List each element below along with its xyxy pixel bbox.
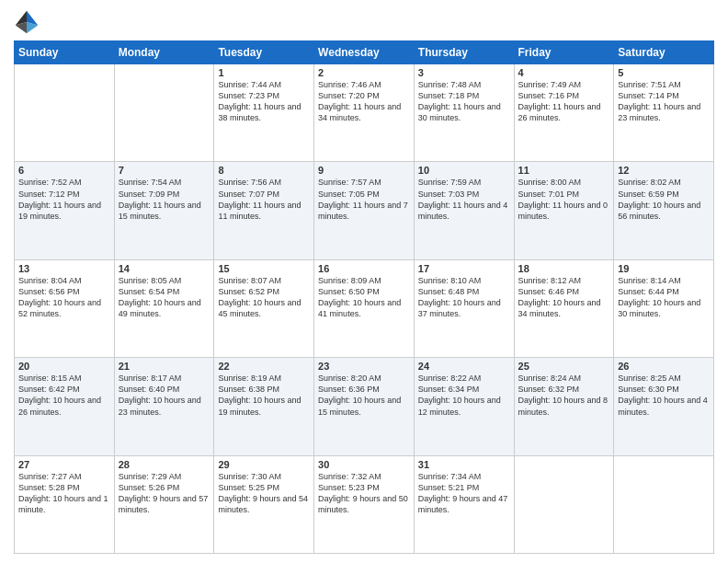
day-cell: 3Sunrise: 7:48 AM Sunset: 7:18 PM Daylig… bbox=[414, 64, 514, 162]
day-number: 27 bbox=[18, 459, 110, 470]
day-info: Sunrise: 7:32 AM Sunset: 5:23 PM Dayligh… bbox=[318, 471, 410, 516]
day-cell: 22Sunrise: 8:19 AM Sunset: 6:38 PM Dayli… bbox=[214, 358, 314, 455]
day-info: Sunrise: 8:22 AM Sunset: 6:34 PM Dayligh… bbox=[418, 373, 510, 418]
col-header-sunday: Sunday bbox=[15, 41, 115, 64]
day-number: 11 bbox=[518, 165, 610, 176]
day-info: Sunrise: 7:52 AM Sunset: 7:12 PM Dayligh… bbox=[18, 177, 110, 222]
week-row-1: 1Sunrise: 7:44 AM Sunset: 7:23 PM Daylig… bbox=[15, 64, 714, 162]
day-number: 10 bbox=[418, 165, 510, 176]
week-row-3: 13Sunrise: 8:04 AM Sunset: 6:56 PM Dayli… bbox=[15, 259, 714, 357]
col-header-thursday: Thursday bbox=[414, 41, 514, 64]
day-cell: 16Sunrise: 8:09 AM Sunset: 6:50 PM Dayli… bbox=[314, 259, 415, 357]
day-info: Sunrise: 8:25 AM Sunset: 6:30 PM Dayligh… bbox=[618, 373, 710, 418]
col-header-saturday: Saturday bbox=[614, 41, 714, 64]
col-header-wednesday: Wednesday bbox=[314, 41, 415, 64]
day-cell: 18Sunrise: 8:12 AM Sunset: 6:46 PM Dayli… bbox=[514, 259, 614, 357]
day-cell: 4Sunrise: 7:49 AM Sunset: 7:16 PM Daylig… bbox=[514, 64, 614, 162]
day-cell: 21Sunrise: 8:17 AM Sunset: 6:40 PM Dayli… bbox=[114, 358, 214, 455]
day-info: Sunrise: 8:12 AM Sunset: 6:46 PM Dayligh… bbox=[518, 275, 610, 320]
day-info: Sunrise: 7:56 AM Sunset: 7:07 PM Dayligh… bbox=[218, 177, 310, 222]
day-number: 15 bbox=[218, 263, 310, 274]
day-number: 16 bbox=[318, 263, 410, 274]
day-number: 31 bbox=[418, 459, 510, 470]
week-row-2: 6Sunrise: 7:52 AM Sunset: 7:12 PM Daylig… bbox=[15, 162, 714, 259]
day-number: 4 bbox=[518, 67, 610, 78]
day-info: Sunrise: 8:07 AM Sunset: 6:52 PM Dayligh… bbox=[218, 275, 310, 320]
day-info: Sunrise: 8:19 AM Sunset: 6:38 PM Dayligh… bbox=[218, 373, 310, 418]
day-cell: 2Sunrise: 7:46 AM Sunset: 7:20 PM Daylig… bbox=[314, 64, 415, 162]
day-info: Sunrise: 7:51 AM Sunset: 7:14 PM Dayligh… bbox=[618, 79, 710, 124]
day-number: 22 bbox=[218, 361, 310, 372]
day-info: Sunrise: 7:48 AM Sunset: 7:18 PM Dayligh… bbox=[418, 79, 510, 124]
day-number: 1 bbox=[218, 67, 310, 78]
day-cell: 26Sunrise: 8:25 AM Sunset: 6:30 PM Dayli… bbox=[614, 358, 714, 455]
day-info: Sunrise: 7:44 AM Sunset: 7:23 PM Dayligh… bbox=[218, 79, 310, 124]
col-header-monday: Monday bbox=[114, 41, 214, 64]
day-info: Sunrise: 8:15 AM Sunset: 6:42 PM Dayligh… bbox=[18, 373, 110, 418]
day-number: 26 bbox=[618, 361, 710, 372]
day-info: Sunrise: 8:24 AM Sunset: 6:32 PM Dayligh… bbox=[518, 373, 610, 418]
day-cell bbox=[114, 64, 214, 162]
day-cell: 27Sunrise: 7:27 AM Sunset: 5:28 PM Dayli… bbox=[15, 455, 115, 553]
day-info: Sunrise: 7:49 AM Sunset: 7:16 PM Dayligh… bbox=[518, 79, 610, 124]
day-cell: 19Sunrise: 8:14 AM Sunset: 6:44 PM Dayli… bbox=[614, 259, 714, 357]
day-number: 19 bbox=[618, 263, 710, 274]
calendar-table: SundayMondayTuesdayWednesdayThursdayFrid… bbox=[14, 40, 714, 554]
col-header-friday: Friday bbox=[514, 41, 614, 64]
day-cell: 10Sunrise: 7:59 AM Sunset: 7:03 PM Dayli… bbox=[414, 162, 514, 259]
day-cell: 1Sunrise: 7:44 AM Sunset: 7:23 PM Daylig… bbox=[214, 64, 314, 162]
day-number: 3 bbox=[418, 67, 510, 78]
day-cell: 14Sunrise: 8:05 AM Sunset: 6:54 PM Dayli… bbox=[114, 259, 214, 357]
logo-icon bbox=[14, 9, 40, 35]
day-info: Sunrise: 8:09 AM Sunset: 6:50 PM Dayligh… bbox=[318, 275, 410, 320]
day-cell: 28Sunrise: 7:29 AM Sunset: 5:26 PM Dayli… bbox=[114, 455, 214, 553]
day-info: Sunrise: 7:34 AM Sunset: 5:21 PM Dayligh… bbox=[418, 471, 510, 516]
day-number: 24 bbox=[418, 361, 510, 372]
day-info: Sunrise: 7:30 AM Sunset: 5:25 PM Dayligh… bbox=[218, 471, 310, 516]
day-number: 25 bbox=[518, 361, 610, 372]
day-cell: 24Sunrise: 8:22 AM Sunset: 6:34 PM Dayli… bbox=[414, 358, 514, 455]
day-number: 9 bbox=[318, 165, 410, 176]
day-cell bbox=[614, 455, 714, 553]
day-info: Sunrise: 7:46 AM Sunset: 7:20 PM Dayligh… bbox=[318, 79, 410, 124]
day-number: 18 bbox=[518, 263, 610, 274]
day-cell: 7Sunrise: 7:54 AM Sunset: 7:09 PM Daylig… bbox=[114, 162, 214, 259]
day-info: Sunrise: 7:57 AM Sunset: 7:05 PM Dayligh… bbox=[318, 177, 410, 222]
day-number: 17 bbox=[418, 263, 510, 274]
day-info: Sunrise: 8:05 AM Sunset: 6:54 PM Dayligh… bbox=[119, 275, 210, 320]
day-cell: 17Sunrise: 8:10 AM Sunset: 6:48 PM Dayli… bbox=[414, 259, 514, 357]
day-info: Sunrise: 7:29 AM Sunset: 5:26 PM Dayligh… bbox=[119, 471, 210, 516]
day-number: 7 bbox=[119, 165, 210, 176]
day-number: 29 bbox=[218, 459, 310, 470]
day-cell: 31Sunrise: 7:34 AM Sunset: 5:21 PM Dayli… bbox=[414, 455, 514, 553]
day-number: 14 bbox=[119, 263, 210, 274]
day-number: 6 bbox=[18, 165, 110, 176]
day-number: 8 bbox=[218, 165, 310, 176]
day-number: 21 bbox=[119, 361, 210, 372]
day-cell: 15Sunrise: 8:07 AM Sunset: 6:52 PM Dayli… bbox=[214, 259, 314, 357]
day-info: Sunrise: 8:20 AM Sunset: 6:36 PM Dayligh… bbox=[318, 373, 410, 418]
day-info: Sunrise: 7:27 AM Sunset: 5:28 PM Dayligh… bbox=[18, 471, 110, 516]
day-number: 12 bbox=[618, 165, 710, 176]
day-cell: 30Sunrise: 7:32 AM Sunset: 5:23 PM Dayli… bbox=[314, 455, 415, 553]
day-number: 30 bbox=[318, 459, 410, 470]
day-cell: 12Sunrise: 8:02 AM Sunset: 6:59 PM Dayli… bbox=[614, 162, 714, 259]
day-cell: 23Sunrise: 8:20 AM Sunset: 6:36 PM Dayli… bbox=[314, 358, 415, 455]
day-info: Sunrise: 7:54 AM Sunset: 7:09 PM Dayligh… bbox=[119, 177, 210, 222]
day-info: Sunrise: 8:14 AM Sunset: 6:44 PM Dayligh… bbox=[618, 275, 710, 320]
day-cell: 9Sunrise: 7:57 AM Sunset: 7:05 PM Daylig… bbox=[314, 162, 415, 259]
day-info: Sunrise: 8:02 AM Sunset: 6:59 PM Dayligh… bbox=[618, 177, 710, 222]
day-cell: 25Sunrise: 8:24 AM Sunset: 6:32 PM Dayli… bbox=[514, 358, 614, 455]
day-cell: 11Sunrise: 8:00 AM Sunset: 7:01 PM Dayli… bbox=[514, 162, 614, 259]
day-cell: 13Sunrise: 8:04 AM Sunset: 6:56 PM Dayli… bbox=[15, 259, 115, 357]
day-number: 20 bbox=[18, 361, 110, 372]
col-header-tuesday: Tuesday bbox=[214, 41, 314, 64]
day-cell bbox=[15, 64, 115, 162]
day-cell bbox=[514, 455, 614, 553]
header bbox=[14, 9, 714, 35]
day-number: 2 bbox=[318, 67, 410, 78]
day-info: Sunrise: 8:10 AM Sunset: 6:48 PM Dayligh… bbox=[418, 275, 510, 320]
day-number: 28 bbox=[119, 459, 210, 470]
day-cell: 20Sunrise: 8:15 AM Sunset: 6:42 PM Dayli… bbox=[15, 358, 115, 455]
week-row-5: 27Sunrise: 7:27 AM Sunset: 5:28 PM Dayli… bbox=[15, 455, 714, 553]
